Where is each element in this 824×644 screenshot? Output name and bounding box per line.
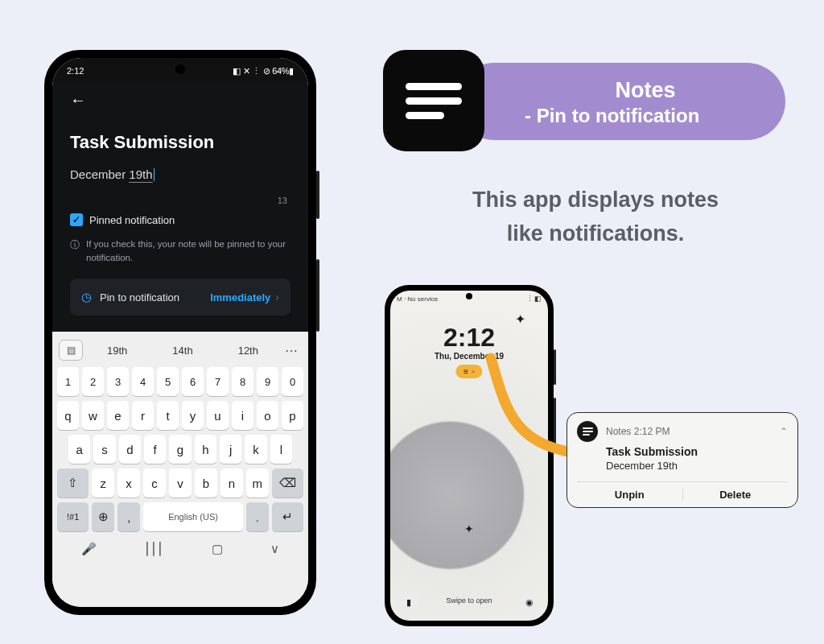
title-pill: Notes - Pin to notification (455, 63, 785, 140)
key[interactable]: 2 (82, 367, 104, 396)
camera-hole (175, 64, 185, 74)
key[interactable]: d (119, 435, 141, 464)
unpin-button[interactable]: Unpin (577, 489, 682, 501)
enter-key[interactable]: ↵ (272, 502, 303, 531)
lockscreen-clock: 2:12 (390, 323, 548, 353)
camera-button[interactable]: ◉ (521, 593, 538, 611)
phone-side-button (554, 349, 556, 385)
recents-nav-icon[interactable]: ⎮⎮⎮ (144, 542, 163, 556)
key[interactable]: h (195, 435, 216, 464)
key[interactable]: y (182, 401, 204, 430)
flashlight-button[interactable]: ▮ (400, 593, 418, 611)
key[interactable]: b (195, 469, 217, 497)
key[interactable]: 5 (157, 367, 179, 396)
app-badge-header: Notes - Pin to notification (383, 50, 797, 151)
notification-time: 2:12 PM (634, 426, 670, 437)
lockscreen-date: Thu, December 19 (390, 352, 548, 361)
key[interactable]: n (220, 469, 243, 497)
chevron-right-icon: › (275, 291, 279, 303)
key[interactable]: 8 (232, 367, 253, 396)
key[interactable]: m (246, 469, 269, 497)
space-key[interactable]: English (US) (143, 502, 242, 531)
clipboard-suggestion-icon[interactable]: ▤ (59, 340, 83, 361)
more-suggestions-icon[interactable]: ⋯ (282, 343, 302, 358)
period-key[interactable]: . (246, 502, 269, 531)
sparkle-icon: ✦ (464, 522, 474, 535)
image-chip-icon: ▫ (472, 367, 475, 376)
key[interactable]: c (143, 469, 166, 497)
key[interactable]: g (169, 435, 191, 464)
feature-name: - Pin to notification (525, 105, 766, 127)
notification-body: December 19th (606, 460, 788, 472)
kb-row-bottom: !#1 ⊕ , English (US) . ↵ (57, 502, 303, 531)
key[interactable]: u (207, 401, 229, 430)
comma-key[interactable]: , (117, 502, 140, 531)
key[interactable]: a (68, 435, 90, 464)
app-name: Notes (525, 78, 766, 103)
key[interactable]: l (270, 435, 292, 464)
phone-side-button (316, 259, 319, 332)
status-indicators: ◧ ✕ ⋮ ⊘ 64%▮ (233, 66, 294, 76)
home-nav-icon[interactable]: ▢ (212, 542, 223, 556)
pin-to-notification-row[interactable]: ◷ Pin to notification Immediately › (70, 279, 290, 316)
key[interactable]: s (93, 435, 115, 464)
notification-card[interactable]: Notes 2:12 PM ⌃ Task Submission December… (566, 412, 798, 508)
key[interactable]: z (92, 469, 114, 497)
key[interactable]: i (232, 401, 253, 430)
kb-suggestion[interactable]: 14th (151, 345, 213, 357)
notification-meta: Notes 2:12 PM (606, 426, 772, 437)
key[interactable]: w (82, 401, 104, 430)
hint-body: If you check this, your note will be pin… (86, 237, 290, 264)
key[interactable]: k (245, 435, 266, 464)
back-nav-icon[interactable]: ∨ (270, 542, 279, 556)
note-title-input[interactable]: Task Submission (70, 132, 290, 153)
kb-row-numbers: 1 2 3 4 5 6 7 8 9 0 (57, 367, 303, 396)
key[interactable]: 1 (57, 367, 79, 396)
key[interactable]: p (282, 401, 303, 430)
mic-icon[interactable]: 🎤 (81, 542, 97, 556)
key[interactable]: o (257, 401, 278, 430)
key[interactable]: e (107, 401, 129, 430)
notification-title: Task Submission (606, 445, 788, 458)
key[interactable]: t (157, 401, 179, 430)
pinned-notification-checkbox[interactable]: ✓ Pinned notification (70, 213, 290, 226)
chevron-up-icon[interactable]: ⌃ (780, 426, 788, 437)
key[interactable]: 7 (207, 367, 229, 396)
key[interactable]: 3 (107, 367, 129, 396)
navigation-bar: 🎤 ⎮⎮⎮ ▢ ∨ (57, 535, 303, 564)
key[interactable]: v (169, 469, 192, 497)
lockscreen-carrier: M · No service (397, 295, 438, 303)
tagline-line-1: This app displays notes (472, 188, 719, 212)
key[interactable]: r (132, 401, 154, 430)
hint-text: ⓘ If you check this, your note will be p… (70, 237, 290, 264)
note-body-text-word: 19th (129, 167, 152, 183)
note-body-text-prefix: December (70, 167, 129, 181)
key[interactable]: 0 (282, 367, 303, 396)
globe-key[interactable]: ⊕ (92, 502, 114, 531)
kb-suggestion[interactable]: 19th (86, 345, 148, 357)
kb-suggestion[interactable]: 12th (217, 345, 279, 357)
tagline-line-2: like notifications. (507, 221, 685, 246)
key[interactable]: 9 (257, 367, 278, 396)
symbols-key[interactable]: !#1 (57, 502, 89, 531)
char-count: 13 (70, 196, 287, 205)
key[interactable]: q (57, 401, 79, 430)
phone-side-button (316, 171, 319, 219)
back-icon[interactable]: ← (70, 91, 86, 109)
key[interactable]: j (220, 435, 241, 464)
notification-app-icon (577, 421, 598, 442)
key[interactable]: 4 (132, 367, 154, 396)
lockscreen-status-right: ⋮ ◧ (526, 295, 542, 303)
kb-row-2: a s d f g h j k l (57, 435, 303, 464)
info-icon: ⓘ (70, 238, 80, 252)
lockscreen-notification-chip[interactable]: ≡ ▫ (455, 365, 482, 378)
delete-button[interactable]: Delete (683, 489, 789, 501)
app-icon-line (406, 112, 444, 119)
backspace-key[interactable]: ⌫ (272, 469, 303, 497)
key[interactable]: 6 (182, 367, 204, 396)
key[interactable]: f (144, 435, 166, 464)
note-body-input[interactable]: December 19th (70, 167, 290, 181)
key[interactable]: x (117, 469, 140, 497)
app-icon (383, 50, 484, 151)
shift-key[interactable]: ⇧ (57, 469, 89, 497)
